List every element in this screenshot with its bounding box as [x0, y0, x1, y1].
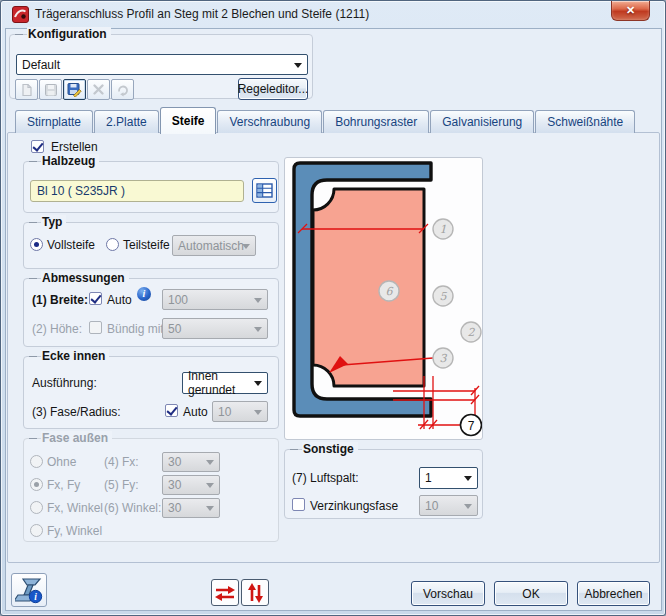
- stiffener-plate-shape: [313, 189, 424, 386]
- erstellen-label: Erstellen: [51, 140, 98, 154]
- sonstige-group: Sonstige (7) Luftspalt: 1 Verzinkungsfas…: [284, 449, 483, 519]
- config-save-as-button[interactable]: [63, 79, 86, 100]
- erstellen-checkbox[interactable]: [31, 140, 44, 153]
- fxfy-radio: [30, 478, 43, 491]
- halbzeug-group: Halbzeug Bl 10 ( S235JR ): [23, 161, 279, 213]
- new-icon: [20, 83, 34, 97]
- save-edit-icon: [67, 82, 82, 97]
- tab-2platte[interactable]: 2.Platte: [94, 110, 159, 133]
- badge-2: 2: [468, 326, 476, 339]
- tab-bohrungsraster[interactable]: Bohrungsraster: [323, 110, 429, 133]
- konfiguration-select[interactable]: Default: [16, 54, 308, 75]
- regeleditor-button[interactable]: Regeleditor...: [238, 78, 308, 100]
- winkel-select: 30: [162, 498, 220, 518]
- tab-verschraubung[interactable]: Verschraubung: [217, 110, 322, 133]
- breite-auto-label: Auto: [107, 293, 132, 307]
- group-dash: [29, 438, 37, 439]
- fase-radius-label: (3) Fase/Radius:: [32, 405, 121, 419]
- beam-info-button[interactable]: i: [11, 573, 47, 607]
- verzinkungsfase-value: 10: [425, 499, 438, 513]
- chevron-down-icon: [206, 460, 214, 465]
- swap-horizontal-button[interactable]: [211, 579, 239, 606]
- hoehe-label: (2) Höhe:: [32, 322, 82, 336]
- ausfuehrung-label: Ausführung:: [32, 376, 97, 390]
- group-dash: [29, 356, 37, 357]
- tab-galvanisierung[interactable]: Galvanisierung: [430, 110, 534, 133]
- fx-value: 30: [168, 455, 181, 469]
- vollsteife-label: Vollsteife: [47, 238, 95, 252]
- chevron-down-icon: [254, 381, 262, 386]
- tab-schweissnaehte[interactable]: Schweißnähte: [535, 110, 635, 133]
- halbzeug-value: Bl 10 ( S235JR ): [37, 184, 125, 198]
- close-button[interactable]: ✕: [611, 1, 650, 21]
- group-dash: [29, 278, 37, 279]
- beam-info-icon: i: [15, 576, 43, 604]
- vorschau-button[interactable]: Vorschau: [411, 581, 485, 606]
- fy-label: (5) Fy:: [104, 478, 139, 492]
- typ-group-label: Typ: [41, 215, 66, 229]
- chevron-down-icon: [464, 504, 472, 509]
- chevron-down-icon: [254, 327, 262, 332]
- winkel-value: 30: [168, 501, 181, 515]
- regeleditor-label: Regeleditor...: [238, 82, 309, 96]
- teilsteife-radio[interactable]: [106, 238, 119, 251]
- chevron-down-icon: [294, 63, 302, 68]
- fy-value: 30: [168, 478, 181, 492]
- halbzeug-catalog-button[interactable]: [252, 178, 277, 203]
- luftspalt-select[interactable]: 1: [419, 467, 478, 489]
- ecke-innen-group: Ecke innen Ausführung: Innen gerundet (3…: [23, 356, 279, 429]
- typ-mode-value: Automatisch: [178, 239, 244, 253]
- abmessungen-group: Abmessungen (1) Breite: Auto i 100 (2) H…: [23, 278, 279, 347]
- tab-steife[interactable]: Steife: [160, 107, 217, 134]
- badge-7: 7: [468, 419, 475, 433]
- fase-auto-checkbox[interactable]: [165, 404, 178, 417]
- ausfuehrung-select[interactable]: Innen gerundet: [182, 372, 268, 394]
- config-save-button[interactable]: [39, 79, 62, 100]
- chevron-down-icon: [206, 483, 214, 488]
- dialog-window: Trägeranschluss Profil an Steg mit 2 Ble…: [0, 0, 666, 616]
- breite-value: 100: [168, 293, 188, 307]
- save-icon: [44, 83, 58, 97]
- typ-mode-select: Automatisch: [172, 235, 256, 256]
- tab-bar: Stirnplatte 2.Platte Steife Verschraubun…: [15, 106, 636, 133]
- abbrechen-button[interactable]: Abbrechen: [577, 581, 650, 606]
- breite-auto-checkbox[interactable]: [89, 292, 102, 305]
- swap-vertical-button[interactable]: [241, 579, 269, 606]
- ausfuehrung-value: Innen gerundet: [188, 369, 249, 397]
- tab-stirnplatte[interactable]: Stirnplatte: [15, 110, 93, 133]
- abmessungen-group-label: Abmessungen: [41, 271, 129, 285]
- chevron-down-icon: [242, 244, 250, 249]
- group-dash: [29, 222, 37, 223]
- sonstige-group-label: Sonstige: [302, 442, 358, 456]
- halbzeug-group-label: Halbzeug: [41, 154, 99, 168]
- group-dash: [15, 34, 23, 35]
- chevron-down-icon: [254, 298, 262, 303]
- hoehe-buendig-checkbox: [89, 321, 102, 334]
- fxwinkel-label: Fx, Winkel: [47, 501, 103, 515]
- info-icon: i: [137, 287, 151, 301]
- luftspalt-label: (7) Luftspalt:: [292, 471, 359, 485]
- config-refresh-button[interactable]: [111, 79, 134, 100]
- vorschau-label: Vorschau: [423, 587, 473, 601]
- teilsteife-label: Teilsteife: [123, 238, 170, 252]
- breite-select: 100: [162, 289, 268, 310]
- konfiguration-group: Konfiguration Default Regeleditor...: [9, 34, 313, 99]
- hoehe-value: 50: [168, 322, 181, 336]
- abbrechen-label: Abbrechen: [584, 587, 642, 601]
- ok-button[interactable]: OK: [494, 581, 568, 606]
- luftspalt-value: 1: [425, 471, 432, 485]
- chevron-down-icon: [206, 506, 214, 511]
- fase-auto-label: Auto: [183, 405, 208, 419]
- catalog-table-icon: [256, 183, 273, 198]
- verzinkungsfase-checkbox[interactable]: [292, 498, 305, 511]
- fase-aussen-group: Fase außen Ohne (4) Fx: 30 Fx, Fy (5) Fy…: [23, 438, 279, 542]
- ohne-label: Ohne: [47, 455, 76, 469]
- konfiguration-group-label: Konfiguration: [27, 27, 111, 41]
- vollsteife-radio[interactable]: [30, 238, 43, 251]
- badge-6: 6: [386, 285, 394, 298]
- config-delete-button[interactable]: [87, 79, 110, 100]
- verzinkungsfase-select: 10: [419, 495, 478, 516]
- config-new-button[interactable]: [15, 79, 38, 100]
- halbzeug-input[interactable]: Bl 10 ( S235JR ): [30, 180, 244, 202]
- preview-diagram-panel: 1 6 5 2 3 7: [284, 157, 483, 440]
